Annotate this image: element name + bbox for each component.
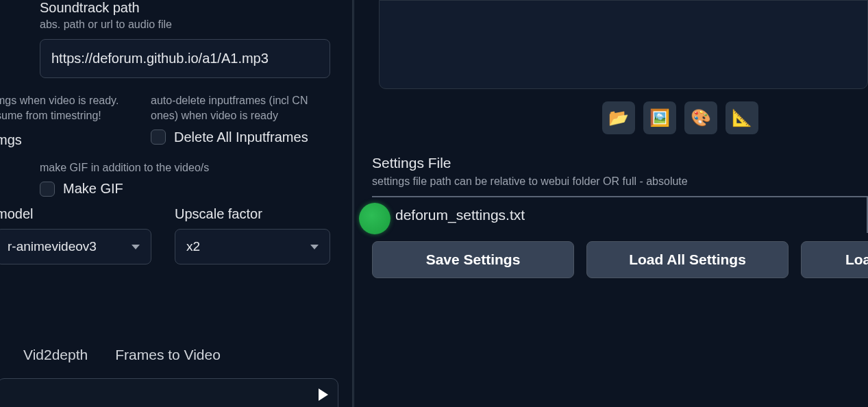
model-value: r-animevideov3 <box>8 239 97 254</box>
image-icon: 🖼️ <box>649 108 670 127</box>
ready-hint-right: auto-delete inputframes (incl CN ones) w… <box>151 93 330 124</box>
settings-file-hint: settings file path can be relative to we… <box>372 174 868 189</box>
palette-icon: 🎨 <box>691 108 711 127</box>
image-icon-button[interactable]: 🖼️ <box>643 101 676 134</box>
panel-divider <box>352 0 354 407</box>
soundtrack-hint: abs. path or url to audio file <box>40 18 330 31</box>
settings-file-label: Settings File <box>372 155 868 171</box>
ruler-icon-button[interactable]: 📐 <box>726 101 758 134</box>
ready-hint-left: mgs when video is ready. sume from times… <box>0 93 137 124</box>
preview-area <box>379 0 868 89</box>
left-panel: Soundtrack path abs. path or url to audi… <box>0 0 349 407</box>
imgs-label: mgs <box>0 132 137 148</box>
chevron-down-icon <box>132 245 140 249</box>
model-label: model <box>0 206 151 222</box>
upscale-select[interactable]: x2 <box>175 229 330 264</box>
make-gif-label: Make GIF <box>63 181 123 197</box>
soundtrack-label: Soundtrack path <box>40 0 330 16</box>
bottom-input-box[interactable] <box>0 378 338 407</box>
save-settings-button[interactable]: Save Settings <box>372 241 574 278</box>
soundtrack-input[interactable] <box>40 39 330 78</box>
chevron-down-icon <box>310 245 319 249</box>
load-button[interactable]: Load <box>801 241 868 278</box>
delete-inputframes-label: Delete All Inputframes <box>174 130 308 145</box>
ruler-icon: 📐 <box>732 108 752 127</box>
upscale-label: Upscale factor <box>175 206 330 222</box>
tab-vid2depth[interactable]: Vid2depth <box>23 347 88 363</box>
gif-hint: make GIF in addition to the video/s <box>40 160 349 175</box>
upscale-value: x2 <box>186 239 200 254</box>
folder-icon: 📂 <box>608 108 629 127</box>
make-gif-checkbox[interactable] <box>40 182 55 197</box>
settings-file-input[interactable] <box>372 196 868 233</box>
model-select[interactable]: r-animevideov3 <box>0 229 151 264</box>
send-icon <box>319 388 328 401</box>
cursor-indicator <box>359 203 390 234</box>
load-all-settings-button[interactable]: Load All Settings <box>586 241 789 278</box>
palette-icon-button[interactable]: 🎨 <box>684 101 717 134</box>
tab-frames-to-video[interactable]: Frames to Video <box>115 347 221 363</box>
delete-inputframes-checkbox[interactable] <box>151 130 166 145</box>
right-panel: 📂 🖼️ 🎨 📐 Settings File settings file pat… <box>360 0 868 407</box>
folder-icon-button[interactable]: 📂 <box>602 101 635 134</box>
